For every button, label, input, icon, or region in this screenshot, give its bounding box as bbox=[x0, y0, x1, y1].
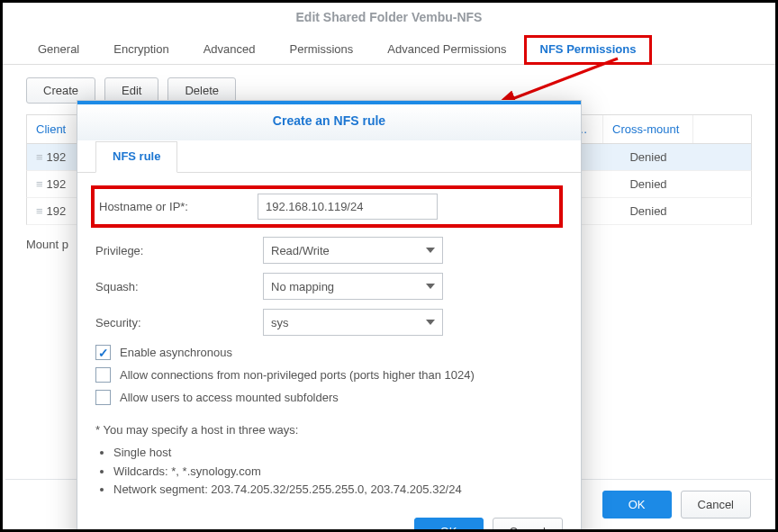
squash-label: Squash: bbox=[95, 280, 263, 293]
hostname-input[interactable] bbox=[258, 194, 438, 220]
help-item: Wildcards: *, *.synology.com bbox=[113, 463, 563, 482]
tab-advanced[interactable]: Advanced bbox=[186, 34, 273, 65]
tab-permissions[interactable]: Permissions bbox=[273, 34, 371, 65]
squash-value: No mapping bbox=[271, 280, 426, 293]
cell-cross: Denied bbox=[603, 144, 693, 170]
drag-handle-icon[interactable]: ≡ bbox=[36, 177, 41, 191]
create-nfs-rule-dialog: Create an NFS rule NFS rule Hostname or … bbox=[77, 100, 582, 532]
security-label: Security: bbox=[95, 316, 263, 329]
cancel-button[interactable]: Cancel bbox=[681, 491, 751, 518]
allow-nonpriv-label: Allow connections from non-privileged po… bbox=[120, 368, 475, 382]
privilege-value: Read/Write bbox=[271, 244, 426, 257]
chevron-down-icon bbox=[426, 284, 435, 289]
allow-nonpriv-checkbox[interactable] bbox=[95, 367, 111, 383]
main-window: Edit Shared Folder Vembu-NFS General Enc… bbox=[0, 0, 778, 532]
help-text: * You may specify a host in three ways: … bbox=[95, 421, 563, 500]
modal-body: Hostname or IP*: Privilege: Read/Write S… bbox=[77, 173, 581, 505]
chevron-down-icon bbox=[426, 320, 435, 325]
cell-client: 192 bbox=[47, 150, 67, 164]
hostname-highlight: Hostname or IP*: bbox=[91, 185, 563, 228]
help-item: Single host bbox=[113, 444, 563, 463]
drag-handle-icon[interactable]: ≡ bbox=[36, 150, 41, 164]
modal-title: Create an NFS rule bbox=[77, 104, 581, 140]
cell-cross: Denied bbox=[603, 198, 693, 224]
chevron-down-icon bbox=[426, 248, 435, 253]
modal-cancel-button[interactable]: Cancel bbox=[493, 518, 563, 532]
enable-async-label: Enable asynchronous bbox=[120, 346, 232, 359]
modal-footer: OK Cancel bbox=[77, 505, 581, 532]
enable-async-checkbox[interactable] bbox=[95, 345, 111, 360]
modal-tab-nfs-rule[interactable]: NFS rule bbox=[95, 141, 177, 173]
window-title: Edit Shared Folder Vembu-NFS bbox=[3, 3, 775, 33]
cell-client: 192 bbox=[47, 177, 67, 191]
hostname-label: Hostname or IP*: bbox=[95, 200, 258, 213]
ok-button[interactable]: OK bbox=[602, 491, 672, 518]
modal-ok-button[interactable]: OK bbox=[414, 518, 484, 532]
security-value: sys bbox=[271, 316, 426, 329]
help-intro: * You may specify a host in three ways: bbox=[95, 421, 563, 440]
help-item: Network segment: 203.74.205.32/255.255.2… bbox=[113, 481, 563, 500]
allow-subfolders-label: Allow users to access mounted subfolders bbox=[120, 391, 339, 404]
drag-handle-icon[interactable]: ≡ bbox=[36, 204, 41, 218]
privilege-select[interactable]: Read/Write bbox=[263, 237, 443, 264]
allow-subfolders-checkbox[interactable] bbox=[95, 390, 111, 405]
security-select[interactable]: sys bbox=[263, 309, 443, 336]
cell-cross: Denied bbox=[603, 171, 693, 197]
tab-encryption[interactable]: Encryption bbox=[96, 34, 185, 65]
privilege-label: Privilege: bbox=[95, 244, 263, 257]
tab-advanced-permissions[interactable]: Advanced Permissions bbox=[370, 34, 523, 65]
tab-nfs-permissions[interactable]: NFS Permissions bbox=[524, 35, 653, 65]
main-tabstrip: General Encryption Advanced Permissions … bbox=[3, 33, 775, 65]
col-cross[interactable]: Cross-mount bbox=[603, 115, 693, 143]
modal-tabstrip: NFS rule bbox=[77, 140, 581, 173]
tab-general[interactable]: General bbox=[21, 34, 96, 65]
squash-select[interactable]: No mapping bbox=[263, 273, 443, 300]
cell-client: 192 bbox=[47, 204, 67, 218]
